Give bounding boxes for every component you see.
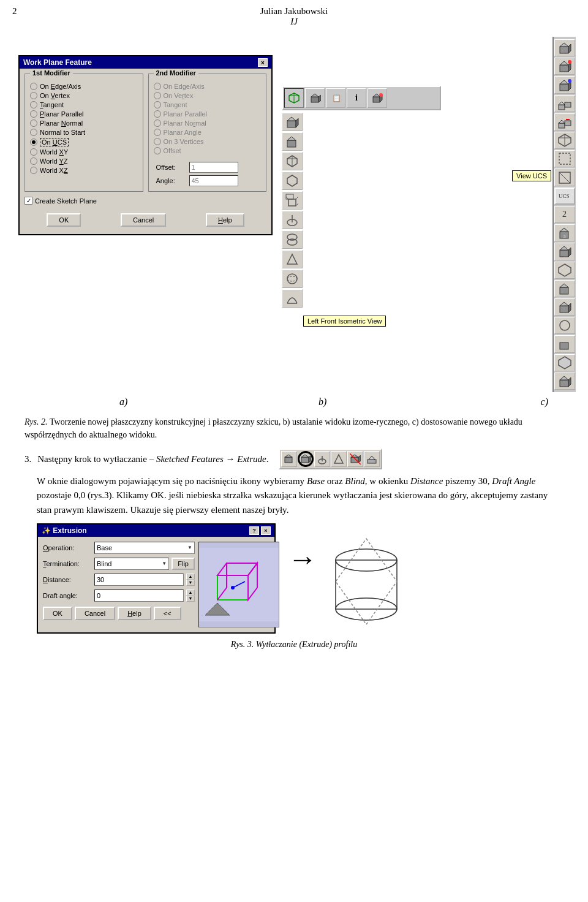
icon-3d-9[interactable] — [282, 270, 303, 288]
toolbar-btn-info[interactable]: i — [347, 88, 366, 108]
svg-rect-39 — [560, 84, 568, 91]
rt-icon-3[interactable] — [554, 76, 575, 93]
radio-on-edge-axis-2[interactable]: On Edge/Axis — [154, 83, 262, 90]
rt-icon-view-ucs[interactable]: UCS — [554, 188, 575, 205]
svg-point-70 — [560, 320, 570, 330]
radio-on-ucs[interactable]: On UCS — [30, 138, 138, 146]
icon-3d-8[interactable] — [282, 250, 303, 268]
rt-icon-5[interactable] — [554, 113, 575, 131]
ext-question-btn[interactable]: ? — [249, 526, 259, 535]
icon-3d-4[interactable] — [282, 172, 303, 190]
svg-rect-48 — [565, 121, 571, 126]
feat-btn-4[interactable] — [331, 451, 347, 467]
radio-on-3-vertices[interactable]: On 3 Vertices — [154, 138, 262, 145]
workplane-dialog: Work Plane Feature × 1st Modifier On Edg… — [18, 55, 273, 235]
rt-icon-1[interactable] — [554, 39, 575, 56]
rt-icon-9[interactable]: 2 — [554, 206, 575, 223]
feat-btn-5[interactable] — [347, 451, 363, 467]
rt-icon-11[interactable] — [554, 243, 575, 260]
ext-titlebar: ✨ Extrusion ? × — [38, 525, 274, 537]
radio-world-xz[interactable]: World XZ — [30, 167, 138, 174]
spin-down-1[interactable]: ▼ — [186, 580, 195, 586]
ext-ok-btn[interactable]: OK — [43, 607, 72, 620]
rt-icon-8[interactable] — [554, 169, 575, 186]
toolbar-btn-cube2[interactable]: 📋 — [326, 88, 345, 108]
feat-btn-1[interactable] — [281, 451, 297, 467]
icon-3d-5[interactable] — [282, 191, 303, 210]
ext-title: ✨ Extrusion — [42, 526, 87, 535]
icon-3d-6[interactable] — [282, 211, 303, 229]
checkbox-icon[interactable]: ✓ — [24, 197, 32, 205]
radio-on-edge-axis-1[interactable]: On Edge/Axis — [30, 83, 138, 90]
icon-3d-10[interactable] — [282, 289, 303, 308]
toolbar-btn-cube1[interactable] — [305, 88, 325, 108]
radio-on-vertex-2[interactable]: On Vertex — [154, 92, 262, 99]
icon-3d-2[interactable] — [282, 132, 303, 151]
radio-planar-normal-1[interactable]: Planar Normal — [30, 119, 138, 127]
radio-offset[interactable]: Offset — [154, 147, 262, 154]
radio-label: On Edge/Axis — [164, 83, 205, 90]
rt-icon-16[interactable] — [554, 335, 575, 352]
feat-btn-2[interactable] — [298, 451, 314, 467]
cancel-button[interactable]: Cancel — [121, 213, 166, 227]
rt-icon-17[interactable] — [554, 354, 575, 371]
distance-input[interactable] — [94, 574, 184, 586]
rt-icon-12[interactable] — [554, 262, 575, 279]
rt-icon-10[interactable]: 3 — [554, 224, 575, 241]
ext-cancel-btn[interactable]: Cancel — [75, 607, 115, 620]
rt-icon-4[interactable] — [554, 95, 575, 112]
feat-btn-3[interactable] — [314, 451, 330, 467]
radio-planar-normal-2[interactable]: Planar Normal — [154, 119, 262, 127]
draft-input[interactable] — [94, 589, 184, 602]
rt-icon-15[interactable] — [554, 317, 575, 334]
svg-rect-73 — [560, 380, 568, 387]
create-sketch-checkbox-row[interactable]: ✓ Create Sketch Plane — [24, 197, 266, 205]
ext-close-btn[interactable]: × — [261, 526, 271, 535]
spin-down-2[interactable]: ▼ — [186, 596, 195, 602]
radio-label: World YZ — [40, 157, 67, 165]
rt-icon-18[interactable] — [554, 373, 575, 390]
svg-marker-37 — [568, 63, 571, 72]
section3-text: Następny krok to wytłaczanie – Sketched … — [37, 454, 268, 464]
radio-normal-to-start[interactable]: Normal to Start — [30, 129, 138, 136]
svg-marker-40 — [560, 80, 568, 84]
svg-text:2: 2 — [562, 210, 567, 219]
termination-arrow: ▼ — [162, 561, 167, 566]
svg-rect-46 — [559, 123, 565, 128]
operation-select[interactable]: Base ▼ — [94, 542, 195, 554]
radio-planar-parallel-1[interactable]: Planar Parallel — [30, 110, 138, 118]
radio-tangent-2[interactable]: Tangent — [154, 101, 262, 108]
offset-label: Offset: — [156, 164, 187, 171]
radio-world-yz[interactable]: World YZ — [30, 157, 138, 165]
close-icon[interactable]: × — [258, 58, 268, 67]
termination-value: Blind — [97, 560, 111, 567]
flip-button[interactable]: Flip — [172, 558, 195, 570]
ext-help-btn[interactable]: Help — [118, 607, 151, 620]
offset-input[interactable] — [189, 162, 238, 173]
rt-icon-7[interactable] — [554, 150, 575, 167]
help-button[interactable]: Help — [206, 213, 244, 227]
icon-3d-1[interactable] — [282, 113, 303, 131]
spin-up-1[interactable]: ▲ — [186, 574, 195, 580]
radio-planar-parallel-2[interactable]: Planar Parallel — [154, 110, 262, 118]
icon-3d-7[interactable] — [282, 230, 303, 249]
rt-icon-2[interactable] — [554, 58, 575, 75]
toolbar-btn-3d[interactable] — [284, 88, 304, 108]
angle-input[interactable] — [189, 175, 238, 186]
toolbar-btn-3d2[interactable] — [368, 88, 387, 108]
svg-marker-68 — [560, 302, 568, 306]
rt-icon-13[interactable] — [554, 280, 575, 297]
radio-tangent-1[interactable]: Tangent — [30, 101, 138, 108]
radio-on-vertex-1[interactable]: On Vertex — [30, 92, 138, 99]
radio-planar-angle[interactable]: Planar Angle — [154, 129, 262, 136]
radio-world-xy[interactable]: World XY — [30, 148, 138, 156]
termination-select[interactable]: Blind ▼ — [94, 558, 169, 570]
icon-3d-3[interactable] — [282, 152, 303, 170]
rt-icon-6[interactable] — [554, 132, 575, 149]
feat-btn-6[interactable] — [364, 451, 380, 467]
ext-expand-btn[interactable]: << — [154, 607, 181, 620]
ok-button[interactable]: OK — [47, 213, 81, 227]
svg-text:📋: 📋 — [332, 93, 341, 102]
spin-up-2[interactable]: ▲ — [186, 589, 195, 596]
rt-icon-14[interactable] — [554, 298, 575, 316]
